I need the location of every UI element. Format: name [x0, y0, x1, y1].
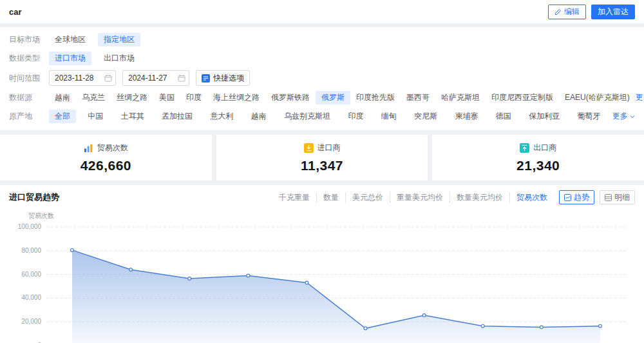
data-source-label: 数据源 — [9, 92, 49, 103]
data-source-option[interactable]: 印度 — [180, 91, 207, 104]
trend-chart-panel: 进口贸易趋势 千克重量 数量 美元总价 重量美元均价 数量美元均价 贸易次数 趋… — [0, 185, 644, 343]
origin-option[interactable]: 葡萄牙 — [571, 110, 606, 123]
origin-option[interactable]: 土耳其 — [115, 110, 150, 123]
data-source-option[interactable]: 越南 — [49, 91, 76, 104]
svg-text:60,000: 60,000 — [21, 271, 41, 278]
add-to-radar-button[interactable]: 加入雷达 — [591, 5, 635, 19]
origin-option[interactable]: 孟加拉国 — [156, 110, 198, 123]
importer-icon — [304, 143, 314, 153]
trend-view-button[interactable]: 趋势 — [559, 190, 594, 204]
radar-button-label: 加入雷达 — [598, 6, 629, 17]
option-global-region[interactable]: 全球地区 — [49, 33, 91, 46]
filter-row-time-range: 时间范围 快捷选项 — [9, 68, 635, 88]
stat-value: 11,347 — [216, 158, 428, 173]
bar-chart-icon — [84, 143, 93, 153]
quick-options-button[interactable]: 快捷选项 — [196, 70, 250, 86]
data-source-option[interactable]: 美国 — [153, 91, 180, 104]
origin-more-link[interactable]: 更多 — [612, 111, 635, 122]
exporter-icon — [520, 143, 529, 153]
area-chart-svg: 020,00040,00060,00080,000100,0002023-122… — [9, 222, 632, 343]
origin-option-selected[interactable]: 全部 — [49, 110, 76, 123]
chevron-down-icon — [630, 114, 635, 119]
origin-option[interactable]: 保加利亚 — [523, 110, 565, 123]
origin-option[interactable]: 德国 — [490, 110, 517, 123]
filter-row-target-market: 目标市场 全球地区 指定地区 — [9, 30, 635, 49]
data-type-label: 数据类型 — [9, 53, 49, 64]
origin-option[interactable]: 越南 — [245, 110, 272, 123]
filter-row-data-type: 数据类型 进口市场 出口市场 — [9, 49, 635, 68]
origin-option[interactable]: 中国 — [82, 110, 109, 123]
quick-options-icon — [202, 74, 210, 83]
stat-label: 贸易次数 — [97, 142, 128, 153]
data-source-option-selected[interactable]: 俄罗斯 — [316, 91, 350, 104]
metric-kg-weight[interactable]: 千克重量 — [272, 192, 317, 203]
origin-options: 全部 中国 土耳其 孟加拉国 意大利 越南 乌兹别克斯坦 印度 缅甸 突尼斯 柬… — [49, 110, 635, 123]
target-market-label: 目标市场 — [9, 34, 49, 45]
metric-usd-total[interactable]: 美元总价 — [346, 192, 390, 203]
option-specified-region[interactable]: 指定地区 — [98, 33, 140, 46]
detail-button-label: 明细 — [614, 192, 630, 203]
page-title: car — [9, 7, 22, 17]
metric-usd-per-weight[interactable]: 重量美元均价 — [390, 192, 450, 203]
chart-options: 千克重量 数量 美元总价 重量美元均价 数量美元均价 贸易次数 趋势 明细 — [272, 190, 635, 204]
origin-option[interactable]: 乌兹别克斯坦 — [278, 110, 336, 123]
data-source-option[interactable]: 海上丝绸之路 — [207, 91, 265, 104]
origin-option[interactable]: 柬埔寨 — [449, 110, 484, 123]
svg-text:100,000: 100,000 — [18, 223, 42, 230]
chart-header: 进口贸易趋势 千克重量 数量 美元总价 重量美元均价 数量美元均价 贸易次数 趋… — [9, 190, 635, 209]
y-axis-label: 贸易次数 — [28, 211, 635, 220]
origin-option[interactable]: 意大利 — [204, 110, 239, 123]
metric-usd-per-quantity[interactable]: 数量美元均价 — [450, 192, 510, 203]
calendar-icon[interactable] — [178, 74, 185, 82]
data-source-more-link[interactable]: 更多 — [636, 92, 644, 103]
edit-button-label: 编辑 — [564, 6, 580, 17]
stat-card-exporters: 出口商 21,340 — [432, 135, 644, 181]
top-actions: 编辑 加入雷达 — [548, 5, 635, 19]
edit-pencil-icon — [554, 8, 562, 15]
option-export-market[interactable]: 出口市场 — [98, 52, 140, 65]
origin-option[interactable]: 缅甸 — [375, 110, 402, 123]
svg-text:40,000: 40,000 — [21, 294, 41, 301]
data-source-options: 越南 乌克兰 丝绸之路 美国 印度 海上丝绸之路 俄罗斯铁路 俄罗斯 印度抢先版… — [49, 91, 644, 104]
calendar-icon[interactable] — [104, 74, 112, 82]
end-date-wrap — [122, 70, 189, 86]
svg-text:20,000: 20,000 — [21, 318, 41, 325]
time-range-label: 时间范围 — [9, 73, 49, 84]
stat-card-importers: 进口商 11,347 — [216, 135, 428, 181]
detail-table-icon — [605, 194, 612, 201]
filter-row-data-source: 数据源 越南 乌克兰 丝绸之路 美国 印度 海上丝绸之路 俄罗斯铁路 俄罗斯 印… — [9, 88, 635, 107]
origin-option[interactable]: 印度 — [342, 110, 369, 123]
svg-text:80,000: 80,000 — [21, 247, 41, 254]
data-source-option[interactable]: 印度尼西亚定制版 — [486, 91, 559, 104]
stat-value: 21,340 — [432, 158, 644, 173]
data-source-option[interactable]: 乌克兰 — [76, 91, 111, 104]
origin-label: 原产地 — [9, 111, 49, 122]
start-date-wrap — [49, 70, 116, 86]
stats-row: 贸易次数 426,660 进口商 11,347 出口商 21,340 — [0, 135, 644, 181]
metric-quantity[interactable]: 数量 — [317, 192, 346, 203]
data-source-option[interactable]: 俄罗斯铁路 — [265, 91, 316, 104]
trend-chart-icon — [564, 194, 571, 201]
stat-value: 426,660 — [0, 158, 212, 173]
data-source-option[interactable]: 丝绸之路 — [111, 91, 153, 104]
data-source-option[interactable]: 印度抢先版 — [350, 91, 401, 104]
stat-label: 进口商 — [317, 142, 341, 153]
trend-button-label: 趋势 — [574, 192, 589, 203]
more-label: 更多 — [612, 111, 628, 122]
stat-card-trade-count: 贸易次数 426,660 — [0, 135, 212, 181]
quick-options-label: 快捷选项 — [213, 73, 244, 84]
edit-button[interactable]: 编辑 — [548, 5, 586, 19]
data-source-option[interactable]: 墨西哥 — [401, 91, 435, 104]
stat-label: 出口商 — [533, 142, 556, 153]
filter-row-origin: 原产地 全部 中国 土耳其 孟加拉国 意大利 越南 乌兹别克斯坦 印度 缅甸 突… — [9, 107, 635, 126]
data-source-option[interactable]: EAEU(哈萨克斯坦) — [559, 91, 636, 104]
option-import-market[interactable]: 进口市场 — [49, 52, 91, 65]
detail-view-button[interactable]: 明细 — [600, 190, 635, 204]
chart-title: 进口贸易趋势 — [9, 191, 59, 203]
more-label: 更多 — [636, 92, 644, 103]
data-source-option[interactable]: 哈萨克斯坦 — [435, 91, 486, 104]
filter-panel: 目标市场 全球地区 指定地区 数据类型 进口市场 出口市场 时间范围 快捷选项 … — [0, 27, 644, 130]
metric-trade-count[interactable]: 贸易次数 — [510, 192, 554, 203]
origin-option[interactable]: 突尼斯 — [408, 110, 443, 123]
top-bar: car 编辑 加入雷达 — [0, 0, 644, 23]
